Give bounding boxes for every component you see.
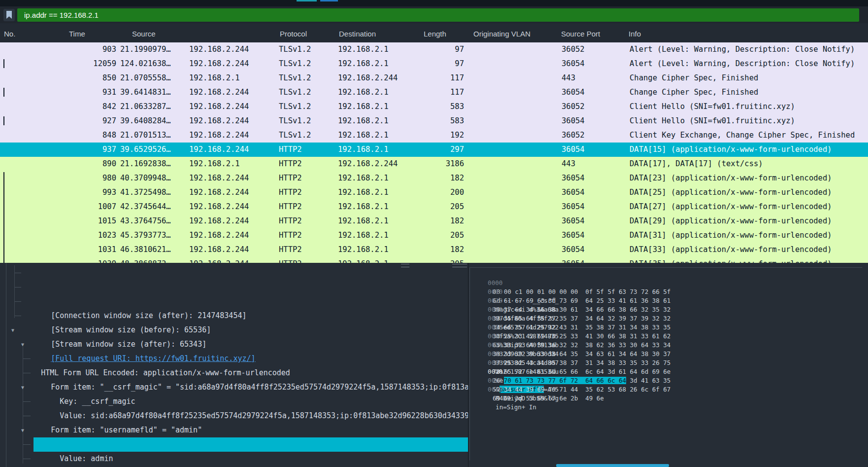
detail-tree-item[interactable]: Key: passwordfld xyxy=(0,437,468,452)
cell-time: 42.3745644… xyxy=(116,200,182,214)
cell-info: Client Key Exchange, Change Cipher Spec,… xyxy=(626,128,868,143)
packet-row[interactable]: 927 39.6408284… 192.168.2.244 TLSv1.2 19… xyxy=(0,114,868,128)
cell-destination: 192.168.2.1 xyxy=(338,128,422,143)
expand-arrow-icon[interactable]: ▼ xyxy=(21,423,24,437)
tree-branch-tick xyxy=(15,287,21,287)
cell-source-port: 36052 xyxy=(552,100,626,114)
cell-no: 993 xyxy=(0,185,116,200)
packet-row[interactable]: 937 39.6529526… 192.168.2.244 HTTP2 192.… xyxy=(0,143,868,157)
filter-bookmark-button[interactable] xyxy=(3,9,15,21)
hex-bytes: 26 70 61 73 73 77 6f 72 64 66 6c 64 3d 4… xyxy=(493,376,670,385)
detail-tree-item[interactable]: [Full request URI: https://fw01.fruitinc… xyxy=(0,309,468,323)
cell-destination: 192.168.2.244 xyxy=(338,157,422,171)
hex-offset-label: 00b0 xyxy=(488,376,508,385)
detail-tree-item[interactable]: ▼ HTML Form URL Encoded: application/x-w… xyxy=(0,323,468,337)
cell-destination: 192.168.2.1 xyxy=(338,57,422,71)
cell-originating-vlan xyxy=(464,71,552,85)
titlebar-accent-segment xyxy=(297,0,317,1)
cell-originating-vlan xyxy=(464,85,552,100)
detail-tree-item[interactable]: Value: sid:a68a97d4f80a4ff8f25235ed57574… xyxy=(0,366,468,380)
cell-info: DATA[17], DATA[17] (text/css) xyxy=(626,157,868,171)
detail-tree-item[interactable]: ▼ Form item: "usernamefld" = "admin" xyxy=(0,380,468,395)
cell-time: 43.3764756… xyxy=(116,214,182,228)
packet-row[interactable]: 890 21.1692838… 192.168.2.1 HTTP2 192.16… xyxy=(0,157,868,171)
cell-info: DATA[15] (application/x-www-form-urlenco… xyxy=(626,143,868,157)
column-header-label[interactable]: Destination xyxy=(339,30,376,38)
tree-branch-tick xyxy=(23,401,31,402)
cell-destination: 192.168.2.1 xyxy=(338,214,422,228)
column-header-label[interactable]: Info xyxy=(629,30,641,38)
packet-row[interactable]: 980 40.3709948… 192.168.2.244 HTTP2 192.… xyxy=(0,171,868,185)
cell-no: 937 xyxy=(0,143,116,157)
cell-destination: 192.168.2.1 xyxy=(338,100,422,114)
packet-row[interactable]: 1015 43.3764756… 192.168.2.244 HTTP2 192… xyxy=(0,214,868,228)
detail-tree: [Connection window size (after): 2147483… xyxy=(0,266,468,466)
hex-bytes: 34 66 35 61 25 32 43 31 35 38 37 31 34 3… xyxy=(493,323,670,332)
cell-no: 1023 xyxy=(0,228,116,243)
detail-tree-item[interactable]: [Stream window size (after): 65343] xyxy=(0,294,468,309)
column-header-label[interactable]: Protocol xyxy=(280,30,307,38)
hex-row[interactable]: 0000 00 00 c1 00 01 00 00 00 0f 5f 5f 63… xyxy=(473,270,862,279)
column-header-label[interactable]: Time xyxy=(69,30,85,38)
detail-tree-item[interactable]: ▼ Form item: "passwordfld" = "Ac5R4D9iyq… xyxy=(0,423,468,437)
packet-row[interactable]: 903 21.1990979… 192.168.2.244 TLSv1.2 19… xyxy=(0,42,868,57)
packet-row[interactable]: 842 21.0633287… 192.168.2.244 TLSv1.2 19… xyxy=(0,100,868,114)
packet-row[interactable]: 931 39.6414831… 192.168.2.244 TLSv1.2 19… xyxy=(0,85,868,100)
cell-originating-vlan xyxy=(464,128,552,143)
hex-offset-label: 0030 xyxy=(488,305,508,314)
cell-time: 39.6414831… xyxy=(116,85,182,100)
hex-bytes: 6d 61 67 69 63 3d 73 69 64 25 33 41 61 3… xyxy=(493,296,670,305)
expand-arrow-icon[interactable]: ▼ xyxy=(21,337,24,352)
detail-tree-item[interactable]: Key: __csrf_magic xyxy=(0,352,468,366)
cell-no: 903 xyxy=(0,42,116,57)
column-header-label[interactable]: Source Port xyxy=(561,30,600,38)
hex-bytes: 00 00 c1 00 01 00 00 00 0f 5f 5f 63 73 7… xyxy=(493,287,670,296)
detail-tree-item[interactable]: Value: Ac5R4D9iyqD5bSh xyxy=(0,452,468,466)
column-header-label[interactable]: Source xyxy=(132,30,156,38)
cell-no: 1031 xyxy=(0,243,116,257)
expand-arrow-icon[interactable]: ▼ xyxy=(21,380,24,395)
cell-source: 192.168.2.244 xyxy=(182,57,279,71)
column-header-label[interactable]: No. xyxy=(4,30,15,38)
hex-offset-label: 0080 xyxy=(488,350,508,359)
packet-bytes-pane: 0000 00 00 c1 00 01 00 00 00 0f 5f 5f 63… xyxy=(468,263,868,467)
hex-bytes: 73 65 72 6e 61 6d 65 66 6c 64 3d 61 64 6… xyxy=(493,367,670,376)
cell-source: 192.168.2.244 xyxy=(182,128,279,143)
hex-row[interactable]: 0010 6d 61 67 69 63 3d 73 69 64 25 33 41… xyxy=(473,279,862,287)
cell-source-port: 36054 xyxy=(552,214,626,228)
pane-splitter-grip[interactable] xyxy=(452,264,467,267)
detail-tree-item[interactable]: [Connection window size (after): 2147483… xyxy=(0,266,468,280)
cell-source-port: 443 xyxy=(552,157,626,171)
column-header-label[interactable]: Length xyxy=(424,30,446,38)
packet-row[interactable]: 850 21.0705558… 192.168.2.1 TLSv1.2 192.… xyxy=(0,71,868,85)
expand-arrow-icon[interactable]: ▼ xyxy=(11,323,14,337)
packet-row[interactable]: 848 21.0701513… 192.168.2.244 TLSv1.2 19… xyxy=(0,128,868,143)
hex-offset-label: 0000 xyxy=(488,279,508,287)
hex-offset-label: 0070 xyxy=(488,341,508,350)
detail-tree-item[interactable]: ▼ Form item: "__csrf_magic" = "sid:a68a9… xyxy=(0,337,468,352)
column-header-label[interactable]: Originating VLAN xyxy=(473,30,531,38)
cell-source: 192.168.2.244 xyxy=(182,185,279,200)
hex-horizontal-scrollbar-thumb[interactable] xyxy=(556,464,669,467)
cell-source: 192.168.2.244 xyxy=(182,143,279,157)
pane-splitter-grip[interactable] xyxy=(401,264,409,267)
cell-originating-vlan xyxy=(464,114,552,128)
cell-originating-vlan xyxy=(464,171,552,185)
packet-row[interactable]: 12059 124.021638… 192.168.2.244 TLSv1.2 … xyxy=(0,57,868,71)
packet-row[interactable]: 1007 42.3745644… 192.168.2.244 HTTP2 192… xyxy=(0,200,868,214)
detail-tree-item[interactable]: Value: admin xyxy=(0,409,468,423)
detail-tree-item[interactable]: [Stream window size (before): 65536] xyxy=(0,280,468,294)
cell-time: 21.0705558… xyxy=(116,71,182,85)
packet-row[interactable]: 1039 48.3868872… 192.168.2.244 HTTP2 192… xyxy=(0,257,868,263)
cell-originating-vlan xyxy=(464,157,552,171)
cell-info: Alert (Level: Warning, Description: Clos… xyxy=(626,57,868,71)
display-filter-input[interactable]: ip.addr == 192.168.2.1 xyxy=(17,8,859,22)
cell-protocol: HTTP2 xyxy=(279,171,338,185)
detail-tree-item[interactable]: Key: usernamefld xyxy=(0,395,468,409)
packet-row[interactable]: 1031 46.3810621… 192.168.2.244 HTTP2 192… xyxy=(0,243,868,257)
packet-row[interactable]: 993 41.3725498… 192.168.2.244 HTTP2 192.… xyxy=(0,185,868,200)
cell-length: 117 xyxy=(422,71,464,85)
packet-row[interactable]: 1023 45.3793773… 192.168.2.244 HTTP2 192… xyxy=(0,228,868,243)
cell-no: 931 xyxy=(0,85,116,100)
hex-offset-label: 0090 xyxy=(488,359,508,367)
